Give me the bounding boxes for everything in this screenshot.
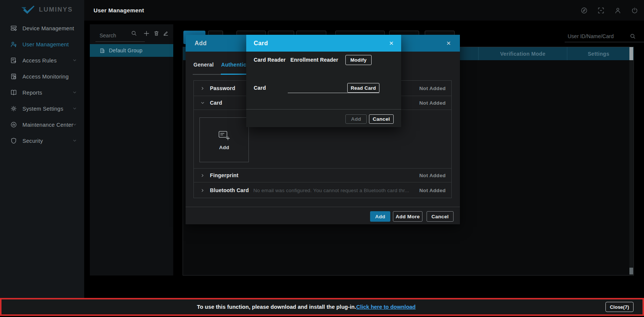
add-more-button[interactable]: Add More bbox=[393, 211, 422, 222]
add-card-tile[interactable]: Add bbox=[199, 117, 249, 162]
chevron-down-icon bbox=[73, 107, 77, 111]
section-status: Not Added bbox=[419, 100, 446, 106]
search-icon[interactable] bbox=[630, 33, 636, 39]
chevron-right-icon bbox=[201, 173, 205, 178]
chevron-down-icon bbox=[73, 90, 77, 95]
scrollbar-top-segment[interactable] bbox=[629, 47, 633, 60]
scrollbar-thumb[interactable] bbox=[629, 268, 633, 274]
reports-icon bbox=[10, 89, 17, 96]
plugin-download-link[interactable]: Click here to download bbox=[356, 304, 416, 310]
system-settings-icon bbox=[10, 105, 17, 112]
column-header-settings[interactable]: Settings bbox=[567, 47, 630, 60]
section-status: Not Added bbox=[419, 173, 446, 178]
edit-group-icon[interactable] bbox=[163, 30, 169, 36]
user-search-input[interactable] bbox=[568, 33, 628, 39]
sidebar-item-label: User Management bbox=[22, 41, 69, 47]
section-label: Password bbox=[210, 85, 235, 91]
chevron-down-icon bbox=[201, 101, 205, 105]
plugin-banner: To use this function, please download an… bbox=[0, 298, 644, 316]
page-title: User Management bbox=[94, 0, 144, 21]
table-scrollbar[interactable] bbox=[629, 47, 633, 275]
close-icon[interactable]: ✕ bbox=[389, 40, 394, 46]
read-card-button[interactable]: Read Card bbox=[347, 83, 379, 93]
card-dialog-header: Card ✕ bbox=[246, 35, 401, 52]
sidebar-item-maintenance-center[interactable]: Maintenance Center bbox=[0, 117, 84, 133]
chevron-down-icon bbox=[73, 139, 77, 143]
plugin-banner-content: To use this function, please download an… bbox=[197, 304, 415, 310]
card-cancel-button[interactable]: Cancel bbox=[369, 114, 394, 124]
chevron-down-icon bbox=[73, 123, 77, 127]
section-label: Card bbox=[210, 100, 222, 106]
sidebar-item-label: Reports bbox=[22, 90, 42, 96]
tab-divider bbox=[193, 74, 221, 75]
sidebar-item-device-management[interactable]: Device Management bbox=[0, 20, 84, 36]
add-group-icon[interactable] bbox=[143, 30, 150, 37]
sidebar-item-label: Device Management bbox=[22, 25, 74, 31]
security-icon bbox=[10, 138, 17, 144]
sidebar-item-label: System Settings bbox=[22, 106, 63, 112]
chevron-right-icon bbox=[201, 86, 205, 90]
sidebar-item-reports[interactable]: Reports bbox=[0, 84, 84, 101]
section-label: Bluetooth Card bbox=[210, 187, 249, 193]
group-list-item-default-group[interactable]: Default Group bbox=[90, 44, 173, 57]
sidebar-item-access-rules[interactable]: Access Rules bbox=[0, 52, 84, 68]
user-management-icon bbox=[10, 41, 17, 47]
section-status: Not Added bbox=[419, 188, 446, 193]
access-monitoring-icon bbox=[10, 73, 17, 80]
footer-divider bbox=[246, 109, 401, 110]
brand-logo: LUMINYS bbox=[21, 5, 73, 14]
card-number-label: Card bbox=[254, 85, 266, 91]
sidebar-item-security[interactable]: Security bbox=[0, 133, 84, 149]
topbar-icon-group bbox=[581, 0, 638, 21]
card-dialog-title: Card bbox=[254, 40, 268, 47]
sidebar-item-label: Access Monitoring bbox=[22, 74, 69, 80]
plugin-message: To use this function, please download an… bbox=[197, 304, 356, 310]
card-add-icon bbox=[218, 130, 230, 141]
access-rules-icon bbox=[10, 57, 17, 64]
group-search-underline bbox=[95, 41, 145, 42]
sidebar-item-label: Maintenance Center bbox=[22, 122, 73, 128]
sidebar-item-label: Access Rules bbox=[22, 58, 57, 64]
brand-name: LUMINYS bbox=[39, 6, 73, 13]
card-reader-label: Card Reader bbox=[254, 57, 286, 63]
maintenance-center-icon bbox=[10, 121, 17, 128]
sidebar-nav: Device Management User Management Access… bbox=[0, 20, 84, 149]
close-icon[interactable]: ✕ bbox=[446, 40, 451, 46]
chevron-right-icon bbox=[201, 188, 205, 193]
footer-divider bbox=[186, 207, 460, 207]
sidebar-item-user-management[interactable]: User Management bbox=[0, 36, 84, 52]
sidebar: LUMINYS Device Management User Managemen… bbox=[0, 0, 84, 298]
add-card-tile-label: Add bbox=[219, 145, 229, 150]
bluetooth-note: No email was configured. You cannot requ… bbox=[253, 188, 409, 193]
modify-button[interactable]: Modify bbox=[345, 55, 372, 65]
fullscreen-icon[interactable] bbox=[598, 7, 604, 14]
section-bluetooth-card[interactable]: Bluetooth Card No email was configured. … bbox=[194, 182, 451, 198]
group-label: Default Group bbox=[109, 47, 143, 53]
search-icon[interactable] bbox=[131, 30, 137, 36]
top-bar: User Management bbox=[84, 0, 644, 21]
sidebar-item-access-monitoring[interactable]: Access Monitoring bbox=[0, 68, 84, 84]
compass-icon[interactable] bbox=[581, 7, 587, 14]
tab-general[interactable]: General bbox=[193, 62, 214, 68]
section-label: Fingerprint bbox=[210, 172, 238, 178]
delete-group-icon[interactable] bbox=[153, 30, 159, 36]
column-header-verification-mode[interactable]: Verification Mode bbox=[478, 47, 567, 60]
luminys-logo-icon bbox=[21, 5, 34, 14]
add-button[interactable]: Add bbox=[370, 211, 390, 222]
user-search-underline bbox=[565, 42, 644, 42]
add-dialog-title: Add bbox=[195, 40, 207, 47]
card-reader-value: Enrollment Reader bbox=[290, 57, 338, 63]
device-management-icon bbox=[10, 25, 17, 31]
group-search-input[interactable] bbox=[100, 33, 133, 39]
sidebar-item-label: Security bbox=[22, 138, 43, 144]
section-fingerprint[interactable]: Fingerprint Not Added bbox=[194, 169, 451, 182]
group-building-icon bbox=[100, 48, 105, 53]
banner-close-button[interactable]: Close(7) bbox=[605, 302, 634, 312]
cancel-button[interactable]: Cancel bbox=[427, 211, 454, 222]
power-icon[interactable] bbox=[631, 7, 638, 14]
user-icon[interactable] bbox=[614, 7, 621, 14]
card-dialog: Card ✕ Card Reader Enrollment Reader Mod… bbox=[246, 35, 401, 127]
chevron-down-icon bbox=[73, 58, 77, 62]
sidebar-item-system-settings[interactable]: System Settings bbox=[0, 101, 84, 117]
card-add-button-disabled[interactable]: Add bbox=[345, 114, 367, 124]
